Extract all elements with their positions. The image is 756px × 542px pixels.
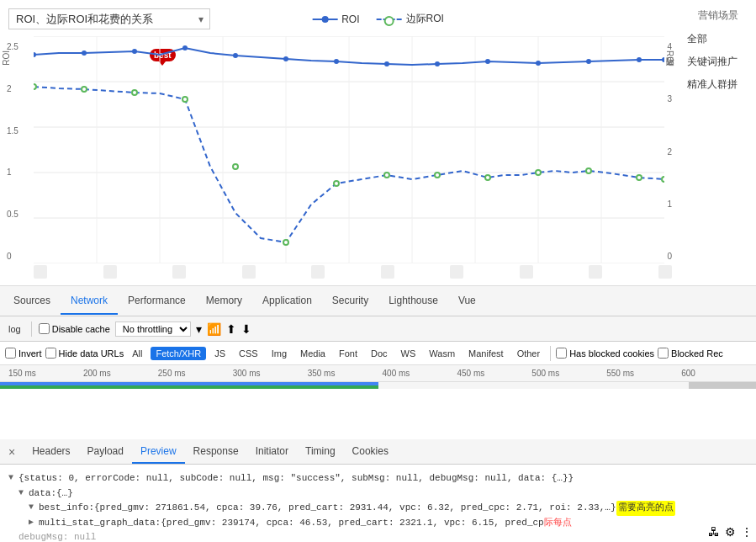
svg-point-26 xyxy=(586,59,591,64)
filter-font[interactable]: Font xyxy=(334,347,362,360)
filter-js[interactable]: JS xyxy=(209,347,230,360)
tab-timing[interactable]: Timing xyxy=(297,440,344,464)
toggle-multi-stat[interactable]: ▶ xyxy=(29,516,39,529)
filter-ws[interactable]: WS xyxy=(396,347,421,360)
x-tick xyxy=(450,265,463,279)
blocked-rec-checkbox[interactable] xyxy=(658,348,669,359)
blocked-rec-wrap[interactable]: Blocked Rec xyxy=(658,348,723,359)
settings-icon[interactable]: ⚙ xyxy=(725,525,736,539)
throttling-icon: ▾ xyxy=(196,322,202,336)
filter-media[interactable]: Media xyxy=(295,347,330,360)
code-line-best-info: ▼ best_info: {pred_gmv: 271861.54, cpca:… xyxy=(8,501,748,516)
tab-payload[interactable]: Payload xyxy=(79,440,132,464)
right-panel-btn-audience[interactable]: 精准人群拼 xyxy=(680,75,756,94)
x-tick xyxy=(172,265,186,279)
network-toolbar: log Disable cache No throttling ▾ 📶 ⬆ ⬇ xyxy=(0,316,756,342)
filter-other[interactable]: Other xyxy=(512,347,546,360)
tab-network[interactable]: Network xyxy=(61,288,118,315)
svg-point-28 xyxy=(662,57,664,62)
timeline-markers: 150 ms 200 ms 250 ms 300 ms 350 ms 400 m… xyxy=(0,369,756,378)
blocked-cookies-checkbox[interactable] xyxy=(556,348,567,359)
server-icon[interactable]: 🖧 xyxy=(708,525,720,539)
timeline-550ms: 550 ms xyxy=(606,369,681,378)
hide-data-urls-checkbox[interactable] xyxy=(45,348,56,359)
tab-vue[interactable]: Vue xyxy=(448,288,486,315)
toggle-data[interactable]: ▼ xyxy=(19,486,29,500)
tab-response[interactable]: Response xyxy=(185,440,247,464)
legend-roi: ROI xyxy=(312,13,359,25)
filter-all[interactable]: All xyxy=(127,347,147,360)
network-content xyxy=(0,389,756,439)
axis-right-2: 2 xyxy=(667,147,672,157)
svg-point-15 xyxy=(34,52,36,57)
x-tick xyxy=(103,265,117,279)
axis-right-3: 3 xyxy=(667,94,672,104)
timeline-bar: 150 ms 200 ms 250 ms 300 ms 350 ms 400 m… xyxy=(0,365,756,382)
code-line-1: ▼ {status: 0, errorCode: null, subCode: … xyxy=(8,471,748,486)
upload-icon[interactable]: ⬆ xyxy=(226,322,236,336)
legend-marginal-roi: 边际ROI xyxy=(377,12,444,26)
axis-right-4: 4 xyxy=(667,42,672,51)
tab-sources[interactable]: Sources xyxy=(3,288,61,315)
svg-point-29 xyxy=(34,84,36,89)
tab-headers[interactable]: Headers xyxy=(24,440,78,464)
filter-img[interactable]: Img xyxy=(267,347,292,360)
legend-marginal-roi-label: 边际ROI xyxy=(406,12,444,26)
close-button[interactable]: × xyxy=(3,445,20,459)
filter-doc[interactable]: Doc xyxy=(366,347,393,360)
right-panel-btn-all[interactable]: 全部 xyxy=(680,29,756,49)
toggle-1[interactable]: ▼ xyxy=(8,471,19,485)
svg-point-31 xyxy=(132,90,137,95)
tab-performance[interactable]: Performance xyxy=(118,288,196,315)
timeline-450ms: 450 ms xyxy=(457,369,531,378)
invert-checkbox-wrap[interactable]: Invert xyxy=(5,348,42,359)
filter-wasm[interactable]: Wasm xyxy=(424,347,460,360)
axis-left-0: 0 xyxy=(7,252,19,261)
tab-cookies[interactable]: Cookies xyxy=(344,440,397,464)
timeline-500ms: 500 ms xyxy=(531,369,606,378)
svg-point-35 xyxy=(334,181,339,186)
timeline-400ms: 400 ms xyxy=(383,369,457,378)
bottom-right-icons: 🖧 ⚙ ⋮ xyxy=(708,525,753,539)
timeline-350ms: 350 ms xyxy=(308,369,383,378)
hide-data-urls-checkbox-wrap[interactable]: Hide data URLs xyxy=(45,348,124,359)
chart-container: ROI、边际ROI和花费的关系 ROI 边际ROI ROI 边际ROI 2.5 … xyxy=(0,0,756,286)
x-tick xyxy=(381,265,394,279)
svg-point-37 xyxy=(435,173,440,178)
disable-cache-checkbox-wrap[interactable]: Disable cache xyxy=(39,323,110,334)
svg-point-39 xyxy=(536,170,541,175)
throttling-select[interactable]: No throttling xyxy=(115,321,191,337)
svg-point-42 xyxy=(662,177,664,182)
tab-application[interactable]: Application xyxy=(252,288,322,315)
timeline-150ms: 150 ms xyxy=(8,369,83,378)
tab-security[interactable]: Security xyxy=(322,288,378,315)
disable-cache-label: Disable cache xyxy=(52,324,110,334)
highlight-multi-stat: 际每点 xyxy=(544,516,572,531)
right-panel-btn-keyword[interactable]: 关键词推广 xyxy=(680,52,756,72)
blocked-cookies-wrap[interactable]: Has blocked cookies xyxy=(556,348,654,359)
tab-lighthouse[interactable]: Lighthouse xyxy=(378,288,448,315)
blocked-rec-label: Blocked Rec xyxy=(671,348,723,359)
svg-point-30 xyxy=(82,87,87,92)
legend-roi-label: ROI xyxy=(341,13,359,25)
toggle-best-info[interactable]: ▼ xyxy=(29,501,39,514)
right-panel: 营销场景 全部 关键词推广 精准人群拼 xyxy=(680,8,756,94)
menu-icon[interactable]: ⋮ xyxy=(741,525,753,539)
tab-memory[interactable]: Memory xyxy=(196,288,252,315)
svg-point-41 xyxy=(637,175,642,180)
tab-initiator[interactable]: Initiator xyxy=(247,440,297,464)
filter-fetch-xhr[interactable]: Fetch/XHR xyxy=(151,347,206,360)
x-tick xyxy=(34,265,47,279)
disable-cache-checkbox[interactable] xyxy=(39,323,50,334)
chart-dropdown-wrap[interactable]: ROI、边际ROI和花费的关系 xyxy=(8,8,210,29)
filter-css[interactable]: CSS xyxy=(234,347,263,360)
filter-manifest[interactable]: Manifest xyxy=(463,347,509,360)
svg-point-19 xyxy=(233,53,238,58)
svg-point-21 xyxy=(334,59,339,64)
svg-point-34 xyxy=(283,240,288,245)
chart-dropdown[interactable]: ROI、边际ROI和花费的关系 xyxy=(8,8,210,29)
download-icon[interactable]: ⬇ xyxy=(241,322,251,336)
log-button[interactable]: log xyxy=(5,322,24,336)
invert-checkbox[interactable] xyxy=(5,348,16,359)
tab-preview[interactable]: Preview xyxy=(132,440,185,464)
